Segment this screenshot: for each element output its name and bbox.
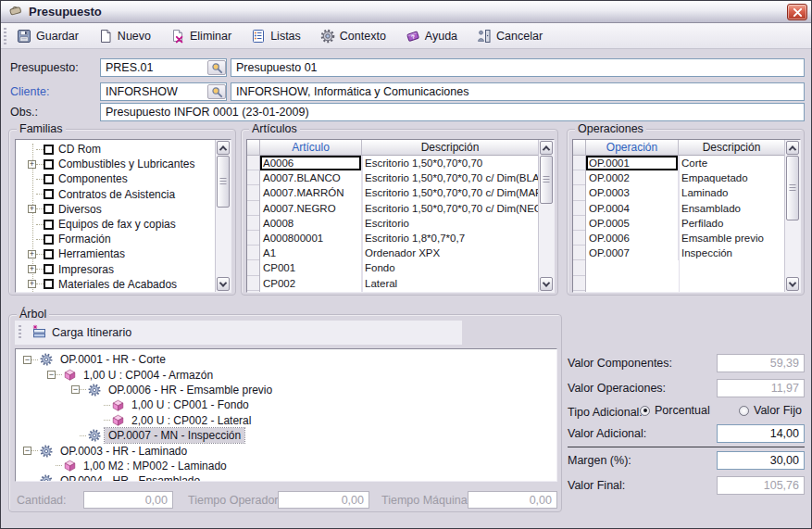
familia-checkbox[interactable] — [44, 249, 54, 259]
tree-node[interactable]: OP.0001 - HR - Corte — [16, 352, 556, 367]
tree-node-label[interactable]: 1,00 U : CP001 - Fondo — [128, 397, 253, 412]
operacion-desc-cell[interactable]: Perfilado — [679, 216, 784, 231]
toolbar-grip[interactable] — [19, 325, 21, 340]
articulo-row[interactable]: A0007.BLANCO Escritorio 1,50*0,70*0,70 c… — [260, 170, 538, 185]
articulo-code-cell[interactable]: A1 — [260, 246, 362, 260]
tree-node[interactable]: OP.0006 - HR - Emsamble previo — [16, 383, 556, 397]
tree-node-label[interactable]: OP.0004 - HR - Ensamblado — [56, 473, 204, 482]
familia-checkbox[interactable] — [44, 264, 54, 274]
familia-item[interactable]: Combustibles y Lubricantes — [16, 157, 215, 171]
articulo-code-cell[interactable]: A0007.BLANCO — [260, 170, 362, 185]
familia-item[interactable]: Impresoras — [16, 262, 215, 277]
tree-node[interactable]: OP.0004 - HR - Ensamblado — [16, 473, 556, 482]
familia-item[interactable]: Diversos — [16, 202, 215, 217]
articulo-code-cell[interactable]: CP001 — [260, 260, 362, 275]
familia-checkbox[interactable] — [44, 204, 54, 214]
familia-item[interactable]: Materiales de Acabados — [16, 277, 215, 292]
familia-checkbox[interactable] — [44, 279, 54, 289]
operacion-code-cell[interactable]: OP.0005 — [586, 216, 679, 231]
familia-checkbox[interactable] — [44, 145, 54, 155]
toolbar-grip[interactable] — [4, 28, 6, 44]
articulo-code-cell[interactable]: A0008 — [260, 216, 362, 231]
articulo-code-cell[interactable]: A0007.NEGRO — [260, 201, 362, 216]
operacion-row[interactable]: OP.0004 Ensamblado — [586, 201, 784, 216]
operacion-row[interactable]: OP.0005 Perfilado — [586, 216, 784, 231]
tree-node-label[interactable]: OP.0003 - HR - Laminado — [56, 444, 191, 459]
descripcion-column-header[interactable]: Descripción — [362, 140, 538, 156]
operacion-desc-cell[interactable]: Inspección — [679, 246, 784, 260]
collapse-minus-icon[interactable] — [23, 356, 31, 364]
operacion-row[interactable]: OP.0003 Laminado — [586, 185, 784, 200]
eliminar-button[interactable]: Eliminar — [168, 27, 234, 45]
tiempo-operador-input[interactable]: 0,00 — [278, 491, 369, 509]
articulo-desc-cell[interactable]: Fondo — [362, 260, 538, 275]
operacion-row[interactable]: OP.0007 Inspección — [586, 246, 784, 260]
operacion-code-cell[interactable]: OP.0007 — [586, 246, 679, 260]
articulo-row[interactable]: CP002 Lateral — [260, 276, 538, 291]
familia-checkbox[interactable] — [44, 159, 54, 170]
familia-item[interactable]: Contratos de Asistencia — [16, 187, 215, 202]
descripcion-column-header[interactable]: Descripción — [679, 140, 784, 156]
scroll-down-button[interactable] — [217, 277, 230, 291]
tree-node-label[interactable]: 1,00 U : CP004 - Armazón — [80, 368, 217, 383]
expand-plus-icon[interactable] — [28, 250, 36, 258]
familia-checkbox[interactable] — [44, 174, 54, 184]
articulo-code-cell[interactable]: A000800001 — [260, 231, 362, 246]
tree-node[interactable]: OP.0003 - HR - Laminado — [16, 443, 556, 458]
articulo-code-cell[interactable]: A0006 — [260, 156, 362, 170]
tree-node[interactable]: 2,00 U : CP002 - Lateral — [16, 413, 556, 428]
row-selector-column[interactable] — [247, 140, 260, 292]
operaciones-scrollbar[interactable] — [784, 140, 800, 292]
articulo-desc-cell[interactable]: Escritorio 1,50*0,70*0,70 c/ Dim(BLANCO) — [362, 170, 538, 185]
cliente-desc-field[interactable]: INFORSHOW, Informática y Comunicaciones — [231, 82, 805, 101]
obs-input[interactable]: Presupuesto INFOR 0001 (23-01-2009) — [100, 103, 805, 121]
scroll-up-button[interactable] — [786, 141, 799, 155]
scroll-up-button[interactable] — [540, 141, 553, 155]
nuevo-button[interactable]: Nuevo — [95, 27, 154, 45]
articulo-desc-cell[interactable]: Ordenador XPX — [362, 246, 538, 260]
listas-button[interactable]: Listas — [248, 27, 304, 45]
articulo-code-cell[interactable]: A0007.MARRÓN — [260, 185, 362, 200]
articulo-row[interactable]: A1 Ordenador XPX — [260, 246, 538, 260]
cliente-label[interactable]: Cliente: — [10, 85, 49, 98]
scroll-down-button[interactable] — [540, 277, 553, 291]
familia-checkbox[interactable] — [44, 189, 54, 199]
margen-input[interactable]: 30,00 — [717, 451, 805, 470]
operacion-desc-cell[interactable]: Empaquetado — [679, 170, 784, 185]
scroll-down-button[interactable] — [786, 277, 799, 291]
operacion-row[interactable]: OP.0002 Empaquetado — [586, 170, 784, 185]
familia-item[interactable]: Formación — [16, 232, 215, 246]
articulo-desc-cell[interactable]: Escritorio 1,50*0,70*0,70 c/ Dim(NEGRO) — [362, 201, 538, 216]
guardar-button[interactable]: Guardar — [14, 27, 81, 45]
articulo-row[interactable]: A0007.MARRÓN Escritorio 1,50*0,70*0,70 c… — [260, 185, 538, 200]
collapse-minus-icon[interactable] — [71, 385, 80, 394]
operacion-row[interactable]: OP.0006 Emsamble previo — [586, 231, 784, 246]
cantidad-input[interactable]: 0,00 — [83, 491, 173, 509]
operacion-code-cell[interactable]: OP.0002 — [586, 170, 679, 185]
scroll-up-button[interactable] — [217, 141, 230, 155]
articulo-row[interactable]: CP001 Fondo — [260, 260, 538, 275]
operacion-desc-cell[interactable]: Laminado — [679, 185, 784, 200]
tree-node[interactable]: OP.0007 - MN - Inspección — [16, 428, 556, 443]
radio-porcentual[interactable]: Porcentual — [640, 404, 710, 417]
operacion-row[interactable]: OP.0001 Corte — [586, 156, 784, 170]
tree-node-label[interactable]: OP.0001 - HR - Corte — [56, 352, 169, 367]
familia-item[interactable]: Herramientas — [16, 246, 215, 261]
tree-node[interactable]: 1,00 M2 : MP002 - Laminado — [16, 459, 556, 473]
articulo-desc-cell[interactable]: Lateral — [362, 276, 538, 291]
close-button[interactable] — [787, 4, 807, 20]
familias-scrollbar[interactable] — [215, 140, 231, 292]
articulo-code-cell[interactable]: CP003 — [260, 291, 362, 292]
familia-checkbox[interactable] — [44, 234, 54, 245]
familia-item[interactable]: Equipos de fax y copias — [16, 217, 215, 232]
articulo-column-header[interactable]: Artículo — [260, 140, 362, 156]
scroll-thumb[interactable] — [786, 156, 799, 220]
articulo-desc-cell[interactable]: Escritorio 1,50*0,70*0,70 c/ Dim(MARRÓN) — [362, 185, 538, 200]
scroll-thumb[interactable] — [217, 156, 230, 208]
expand-plus-icon[interactable] — [28, 265, 36, 273]
expand-plus-icon[interactable] — [28, 205, 36, 213]
articulo-row[interactable]: A0007.NEGRO Escritorio 1,50*0,70*0,70 c/… — [260, 201, 538, 216]
cancelar-button[interactable]: Cancelar — [474, 27, 545, 45]
tree-node[interactable]: 1,00 U : CP004 - Armazón — [16, 367, 556, 382]
scroll-thumb[interactable] — [540, 156, 553, 204]
